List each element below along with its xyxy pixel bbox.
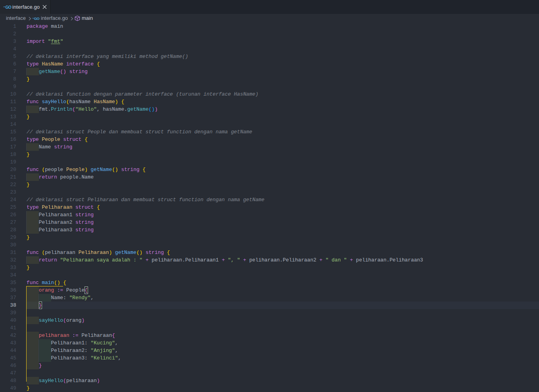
svg-text:GO: GO: [5, 5, 11, 10]
svg-text:GO: GO: [34, 16, 40, 21]
